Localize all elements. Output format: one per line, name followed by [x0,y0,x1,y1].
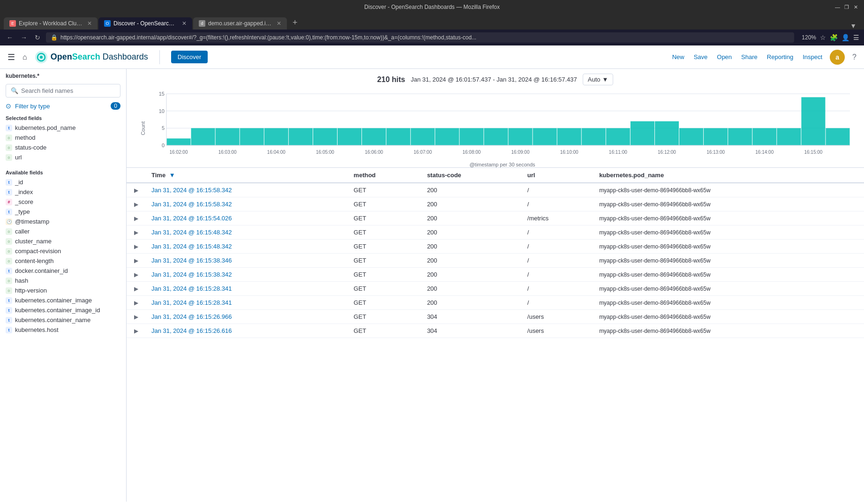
bar[interactable] [411,128,435,145]
discover-button[interactable]: Discover [171,51,208,63]
open-button[interactable]: Open [717,53,732,60]
bar[interactable] [679,128,703,145]
inspect-button[interactable]: Inspect [803,53,822,60]
close-icon[interactable]: ✕ [854,4,859,10]
bar[interactable] [777,128,801,145]
reporting-button[interactable]: Reporting [767,53,793,60]
window-controls[interactable]: — ❐ ✕ [835,4,859,10]
available-field-item[interactable]: ○cluster_name [0,236,126,246]
address-bar[interactable]: 🔒 https://opensearch.air-gapped.internal… [46,32,794,43]
available-field-item[interactable]: tkubernetes.container_name [0,315,126,325]
bar[interactable] [191,128,215,145]
help-icon[interactable]: ? [852,53,856,61]
browser-menu-icon[interactable]: ☰ [853,34,859,41]
reload-button[interactable]: ↻ [33,33,42,42]
bar[interactable] [606,128,630,145]
available-field-item[interactable]: tkubernetes.container_image [0,295,126,305]
available-field-item[interactable]: ○hash [0,276,126,286]
browser-tab-2[interactable]: O Discover - OpenSearch D... ✕ [98,17,192,30]
bar[interactable] [801,97,825,145]
available-field-item[interactable]: tkubernetes.host [0,325,126,335]
save-button[interactable]: Save [694,53,708,60]
bar[interactable] [313,128,337,145]
bar[interactable] [386,128,410,145]
bar[interactable] [362,128,386,145]
pod-name-col-header[interactable]: kubernetes.pod_name [594,168,864,183]
selected-field-item[interactable]: ○method [0,133,126,143]
available-field-item[interactable]: ○http-version [0,286,126,295]
bookmark-star-icon[interactable]: ☆ [820,34,826,41]
share-button[interactable]: Share [741,53,758,60]
available-field-item[interactable]: ○content-length [0,256,126,266]
extensions-icon[interactable]: 🧩 [830,34,838,41]
available-field-item[interactable]: ○compact-revision [0,246,126,256]
status-code-col-header[interactable]: status-code [421,168,522,183]
tab-list-button[interactable]: ▼ [846,22,860,30]
available-field-item[interactable]: #_score [0,197,126,207]
bar[interactable] [655,121,679,145]
expand-button[interactable]: ▶ [132,187,140,194]
tab-3-close[interactable]: ✕ [277,20,281,27]
forward-button[interactable]: → [19,33,29,42]
search-input[interactable] [21,87,115,94]
bar[interactable] [338,128,361,145]
expand-button[interactable]: ▶ [132,286,140,292]
available-field-item[interactable]: t_id [0,177,126,187]
bar[interactable] [435,128,459,145]
expand-button[interactable]: ▶ [132,257,140,264]
bar[interactable] [240,128,264,145]
profile-icon[interactable]: 👤 [841,34,849,41]
method-col-header[interactable]: method [348,168,421,183]
tab-1-close[interactable]: ✕ [87,20,92,27]
bar[interactable] [582,128,606,145]
user-avatar[interactable]: a [830,50,845,65]
expand-button[interactable]: ▶ [132,215,140,222]
expand-button[interactable]: ▶ [132,201,140,208]
time-col-header[interactable]: Time ▼ [146,168,348,183]
bar[interactable] [509,128,533,145]
bar[interactable] [484,128,508,145]
available-field-item[interactable]: t_index [0,187,126,197]
bar[interactable] [167,138,191,145]
minimize-icon[interactable]: — [835,4,841,10]
bar[interactable] [216,128,240,145]
expand-button[interactable]: ▶ [132,271,140,278]
home-button[interactable]: ⌂ [23,53,27,61]
bar[interactable] [533,128,557,145]
bar[interactable] [728,128,752,145]
auto-select-dropdown[interactable]: Auto ▼ [583,74,614,85]
back-button[interactable]: ← [5,33,15,42]
selected-field-item[interactable]: ○status-code [0,143,126,152]
bar[interactable] [289,128,313,145]
expand-button[interactable]: ▶ [132,229,140,236]
new-button[interactable]: New [672,53,684,60]
nav-menu-button[interactable]: ☰ [8,52,15,62]
selected-field-item[interactable]: tkubernetes.pod_name [0,123,126,133]
expand-button[interactable]: ▶ [132,328,140,334]
browser-tab-1[interactable]: E Explore - Workload Clus... ✕ [4,17,98,30]
url-col-header[interactable]: url [522,168,594,183]
selected-field-item[interactable]: ○url [0,152,126,162]
expand-button[interactable]: ▶ [132,314,140,320]
restore-icon[interactable]: ❐ [844,4,850,10]
bar[interactable] [826,128,849,145]
expand-button[interactable]: ▶ [132,243,140,250]
tab-2-close[interactable]: ✕ [182,20,187,27]
filter-by-type-button[interactable]: Filter by type [15,103,50,110]
field-type-icon: t [6,125,12,131]
available-field-item[interactable]: t_type [0,207,126,217]
browser-tab-3[interactable]: d demo.user.air-gapped.intern... ✕ [193,17,287,30]
available-field-item[interactable]: 🕐@timestamp [0,217,126,226]
bar[interactable] [752,128,776,145]
bar[interactable] [631,121,654,145]
new-tab-button[interactable]: + [288,16,302,30]
available-field-item[interactable]: tkubernetes.container_image_id [0,305,126,315]
bar[interactable] [264,128,288,145]
bar[interactable] [704,128,728,145]
expand-button[interactable]: ▶ [132,300,140,306]
search-field-box[interactable]: 🔍 [6,84,120,98]
bar[interactable] [557,128,581,145]
bar[interactable] [459,128,483,145]
available-field-item[interactable]: tdocker.container_id [0,266,126,276]
available-field-item[interactable]: ○caller [0,226,126,236]
